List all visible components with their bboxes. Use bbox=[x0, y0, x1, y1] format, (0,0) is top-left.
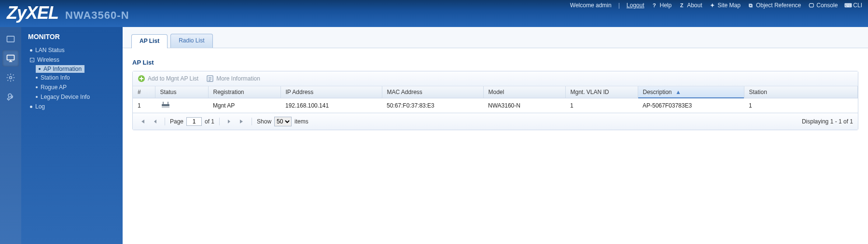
about-icon: Z bbox=[678, 2, 685, 9]
cli-link[interactable]: ⌨ CLI bbox=[844, 2, 862, 9]
prev-page-button[interactable] bbox=[150, 117, 160, 126]
sidebar-nav: MONITOR LAN Status - Wireless AP Informa… bbox=[21, 27, 123, 244]
add-to-mgnt-button[interactable]: Add to Mgnt AP List bbox=[138, 75, 198, 82]
bullet-icon bbox=[39, 68, 41, 70]
divider bbox=[165, 118, 165, 125]
next-page-button[interactable] bbox=[224, 117, 234, 126]
ap-status-icon bbox=[160, 101, 171, 109]
cell-vlan: 1 bbox=[565, 98, 638, 113]
pager-bar: Page of 1 Show 50 bbox=[133, 113, 858, 130]
bullet-icon bbox=[30, 106, 32, 108]
logout-link[interactable]: Logout bbox=[627, 2, 644, 9]
cell-num: 1 bbox=[133, 98, 155, 113]
cell-ip: 192.168.100.141 bbox=[280, 98, 382, 113]
pager-left: Page of 1 Show 50 bbox=[138, 117, 308, 126]
mode-rail bbox=[0, 27, 21, 244]
col-vlan[interactable]: Mgnt. VLAN ID bbox=[565, 86, 638, 98]
prev-page-icon bbox=[153, 119, 157, 124]
bullet-icon bbox=[36, 96, 38, 98]
sidebar-item-legacy-device-info[interactable]: Legacy Device Info bbox=[36, 92, 123, 102]
bullet-icon bbox=[30, 49, 32, 52]
tab-radio-list[interactable]: Radio List bbox=[170, 34, 212, 48]
page-of-text: of 1 bbox=[205, 118, 214, 125]
rail-monitor-button[interactable] bbox=[2, 50, 19, 67]
divider bbox=[219, 118, 220, 125]
top-banner: ZyXEL NWA3560-N Welcome admin | Logout ?… bbox=[0, 0, 868, 27]
table-row[interactable]: 1 Mgnt AP 192.168.100.141 50:67:F0:37:83… bbox=[133, 98, 858, 113]
grid-wrapper: Add to Mgnt AP List More Information # S… bbox=[132, 71, 858, 130]
col-num[interactable]: # bbox=[133, 86, 155, 98]
help-link[interactable]: ? Help bbox=[651, 2, 672, 9]
cell-status bbox=[155, 98, 208, 113]
wrench-icon bbox=[6, 92, 15, 102]
last-page-button[interactable] bbox=[237, 117, 247, 126]
more-info-button[interactable]: More Information bbox=[206, 75, 260, 82]
col-model[interactable]: Model bbox=[483, 86, 565, 98]
monitor-icon bbox=[6, 54, 15, 63]
content-area: AP List Radio List AP List Add to Mgnt A… bbox=[123, 27, 868, 244]
rail-configure-button[interactable] bbox=[2, 69, 19, 86]
objref-icon: ⧉ bbox=[747, 2, 754, 9]
brand-text: ZyXEL bbox=[7, 3, 58, 23]
collapse-icon: - bbox=[30, 58, 34, 62]
bullet-icon bbox=[36, 86, 38, 88]
model-text: NWA3560-N bbox=[65, 9, 129, 22]
separator: | bbox=[618, 2, 620, 9]
items-label: items bbox=[294, 118, 308, 125]
first-page-button[interactable] bbox=[138, 117, 147, 126]
col-description[interactable]: Description ▲ bbox=[638, 86, 744, 98]
sidebar-item-lan-status[interactable]: LAN Status bbox=[28, 45, 123, 55]
sidebar-item-rogue-ap[interactable]: Rogue AP bbox=[36, 82, 123, 92]
sitemap-icon: ✦ bbox=[709, 2, 716, 9]
bullet-icon bbox=[36, 77, 38, 79]
sidebar-item-wireless[interactable]: - Wireless bbox=[28, 55, 123, 65]
sidebar-item-ap-information[interactable]: AP Information bbox=[36, 65, 84, 73]
sidebar-title: MONITOR bbox=[21, 27, 123, 45]
cell-mac: 50:67:F0:37:83:E3 bbox=[382, 98, 483, 113]
sidebar-item-log[interactable]: Log bbox=[28, 102, 123, 111]
col-mac[interactable]: MAC Address bbox=[382, 86, 483, 98]
cell-station: 1 bbox=[744, 98, 858, 113]
about-link[interactable]: Z About bbox=[678, 2, 702, 9]
brand-block: ZyXEL NWA3560-N bbox=[7, 3, 129, 23]
page-size-select[interactable]: 50 bbox=[274, 117, 292, 126]
tab-ap-list[interactable]: AP List bbox=[131, 34, 168, 48]
col-ip[interactable]: IP Address bbox=[280, 86, 382, 98]
page-input[interactable] bbox=[186, 117, 202, 126]
main-area: MONITOR LAN Status - Wireless AP Informa… bbox=[0, 27, 868, 244]
ap-grid: # Status Registration IP Address MAC Add… bbox=[133, 86, 858, 113]
cell-model: NWA3160-N bbox=[483, 98, 565, 113]
page-label: Page bbox=[170, 118, 183, 125]
show-label: Show bbox=[257, 118, 271, 125]
tab-strip: AP List Radio List bbox=[123, 27, 868, 48]
top-links: Welcome admin | Logout ? Help Z About ✦ … bbox=[570, 2, 862, 9]
info-icon bbox=[206, 75, 214, 82]
sitemap-link[interactable]: ✦ Site Map bbox=[709, 2, 741, 9]
col-status[interactable]: Status bbox=[155, 86, 208, 98]
svg-point-2 bbox=[10, 77, 12, 79]
col-registration[interactable]: Registration bbox=[208, 86, 280, 98]
first-page-icon bbox=[140, 119, 145, 124]
welcome-text: Welcome admin bbox=[570, 2, 612, 9]
dashboard-icon bbox=[6, 34, 15, 44]
console-link[interactable]: 🖵 Console bbox=[808, 2, 838, 9]
help-icon: ? bbox=[651, 2, 658, 9]
objref-link[interactable]: ⧉ Object Reference bbox=[747, 2, 801, 9]
svg-rect-5 bbox=[162, 104, 169, 106]
svg-rect-0 bbox=[7, 36, 14, 42]
cli-icon: ⌨ bbox=[844, 2, 851, 9]
col-station[interactable]: Station bbox=[744, 86, 858, 98]
section-title: AP List bbox=[132, 59, 858, 66]
add-icon bbox=[138, 75, 145, 82]
gear-icon bbox=[6, 73, 15, 82]
next-page-icon bbox=[227, 119, 232, 124]
sidebar-item-station-info[interactable]: Station Info bbox=[36, 73, 123, 82]
sort-asc-icon: ▲ bbox=[675, 89, 681, 95]
pager-display-text: Displaying 1 - 1 of 1 bbox=[802, 118, 853, 125]
rail-dashboard-button[interactable] bbox=[2, 31, 19, 47]
cell-registration: Mgnt AP bbox=[208, 98, 280, 113]
rail-maintenance-button[interactable] bbox=[2, 89, 19, 105]
last-page-icon bbox=[239, 119, 245, 124]
divider bbox=[252, 118, 252, 125]
grid-toolbar: Add to Mgnt AP List More Information bbox=[133, 71, 858, 86]
